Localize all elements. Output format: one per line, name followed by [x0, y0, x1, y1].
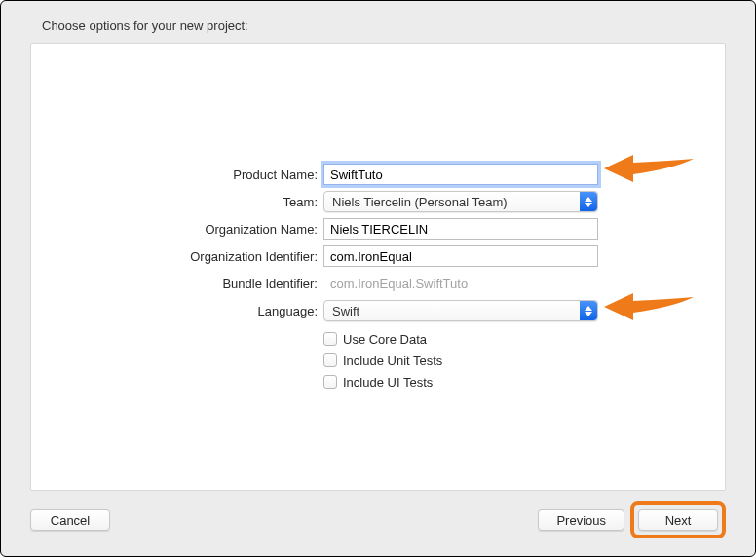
- include-ui-tests-checkbox[interactable]: [323, 375, 337, 389]
- team-popup-value: Niels Tiercelin (Personal Team): [332, 195, 508, 209]
- cancel-button[interactable]: Cancel: [30, 509, 110, 531]
- new-project-options-window: Choose options for your new project: Pro…: [0, 0, 756, 557]
- use-core-data-checkbox[interactable]: [323, 332, 337, 346]
- organization-name-label: Organization Name:: [31, 222, 323, 237]
- next-highlight-box: Next: [630, 501, 726, 538]
- organization-identifier-label: Organization Identifier:: [31, 249, 323, 264]
- use-core-data-label: Use Core Data: [343, 332, 427, 347]
- team-popup[interactable]: Niels Tiercelin (Personal Team): [323, 191, 598, 212]
- include-unit-tests-checkbox[interactable]: [323, 353, 337, 367]
- updown-arrows-icon: [580, 192, 597, 211]
- organization-name-field[interactable]: [323, 218, 598, 240]
- include-unit-tests-label: Include Unit Tests: [343, 353, 442, 368]
- next-button[interactable]: Next: [638, 509, 718, 531]
- product-name-field[interactable]: [323, 164, 598, 185]
- language-label: Language:: [31, 304, 323, 318]
- options-panel: Product Name: Team: Niels Tiercelin (Per…: [30, 43, 726, 491]
- options-form: Product Name: Team: Niels Tiercelin (Per…: [31, 161, 725, 392]
- language-popup-value: Swift: [332, 304, 359, 318]
- language-popup[interactable]: Swift: [323, 300, 598, 321]
- include-ui-tests-label: Include UI Tests: [343, 375, 433, 390]
- organization-identifier-field[interactable]: [323, 245, 598, 267]
- page-title: Choose options for your new project:: [1, 1, 755, 43]
- updown-arrows-icon: [580, 301, 597, 320]
- footer-buttons: Cancel Previous Next: [30, 501, 726, 538]
- team-label: Team:: [31, 195, 323, 209]
- previous-button[interactable]: Previous: [538, 509, 624, 531]
- product-name-label: Product Name:: [31, 167, 323, 182]
- bundle-identifier-label: Bundle Identifier:: [31, 277, 323, 291]
- bundle-identifier-value: com.IronEqual.SwiftTuto: [323, 277, 468, 291]
